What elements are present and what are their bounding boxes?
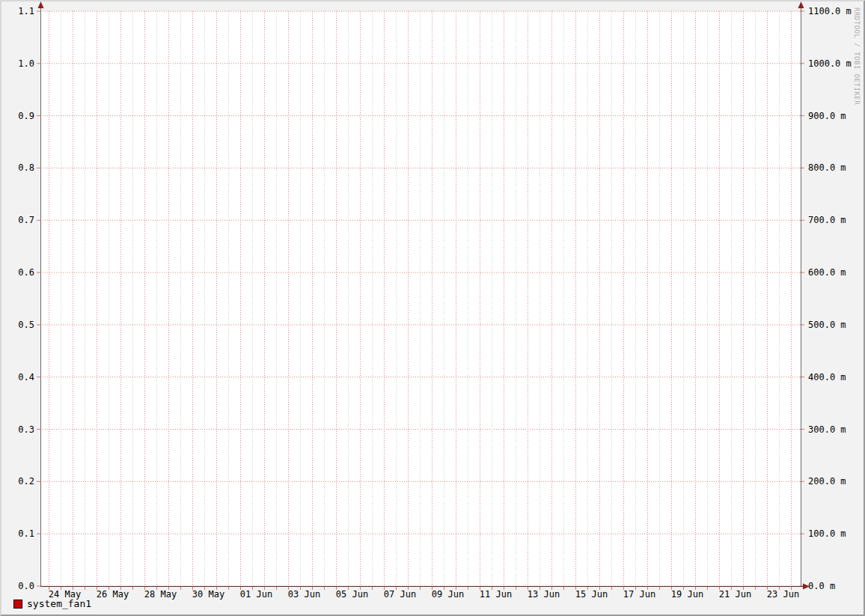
y-right-tick-label: 300.0 m [808, 424, 846, 435]
x-tick-label: 30 May [185, 589, 233, 600]
x-tick-label: 21 Jun [712, 589, 759, 600]
y-right-tick-label: 800.0 m [808, 162, 846, 173]
y-left-tick-label: 0.7 [0, 215, 34, 225]
x-tick-label: 09 Jun [424, 589, 472, 600]
rrdtool-graph: 1.11.00.90.80.70.60.50.40.30.20.10.0 110… [0, 0, 865, 616]
watermark-text: RRDTOOL / TOBI OETIKER [853, 7, 861, 105]
y-right-tick-label: 900.0 m [808, 111, 846, 121]
y-left-tick-label: 0.9 [0, 111, 34, 121]
y-left-tick-label: 0.3 [0, 424, 34, 435]
x-tick-label: 28 May [137, 589, 185, 600]
x-tick-label: 11 Jun [472, 589, 520, 600]
y-left-tick-label: 1.1 [0, 6, 34, 16]
y-left-tick-label: 0.2 [0, 476, 34, 487]
x-tick-label: 23 Jun [759, 589, 807, 600]
y-left-tick-label: 0.5 [0, 320, 34, 330]
x-tick-label: 01 Jun [233, 589, 281, 600]
x-tick-label: 13 Jun [520, 589, 568, 600]
x-tick-label: 17 Jun [616, 589, 664, 600]
y-left-tick-label: 1.0 [0, 58, 34, 69]
x-tick-label: 19 Jun [664, 589, 712, 600]
x-tick-label: 03 Jun [281, 589, 328, 600]
y-left-tick-label: 0.1 [0, 528, 34, 539]
y-right-tick-label: 700.0 m [808, 215, 846, 225]
x-tick-label: 05 Jun [328, 589, 376, 600]
y-axis-left-arrow [38, 1, 44, 8]
y-left-tick-label: 0.6 [0, 267, 34, 278]
legend-series-label: system_fan1 [27, 598, 91, 609]
y-right-tick-label: 100.0 m [808, 528, 846, 539]
y-left-tick-label: 0.4 [0, 372, 34, 382]
y-right-tick-label: 0.0 m [808, 581, 835, 591]
y-right-tick-label: 600.0 m [808, 267, 846, 278]
x-tick-label: 07 Jun [376, 589, 424, 600]
y-left-tick-label: 0.0 [0, 581, 34, 591]
y-right-tick-label: 1000.0 m [808, 58, 852, 69]
legend: system_fan1 [13, 598, 91, 609]
y-right-tick-label: 400.0 m [808, 372, 846, 382]
y-axis-right-arrow [798, 1, 804, 8]
x-tick-label: 26 May [89, 589, 137, 600]
y-left-tick-label: 0.8 [0, 162, 34, 173]
y-right-tick-label: 500.0 m [808, 320, 846, 330]
legend-color-swatch [13, 600, 22, 609]
y-right-tick-label: 200.0 m [808, 476, 846, 487]
y-right-tick-label: 1100.0 m [808, 6, 852, 16]
plot-area [1, 1, 864, 615]
x-tick-label: 15 Jun [568, 589, 616, 600]
